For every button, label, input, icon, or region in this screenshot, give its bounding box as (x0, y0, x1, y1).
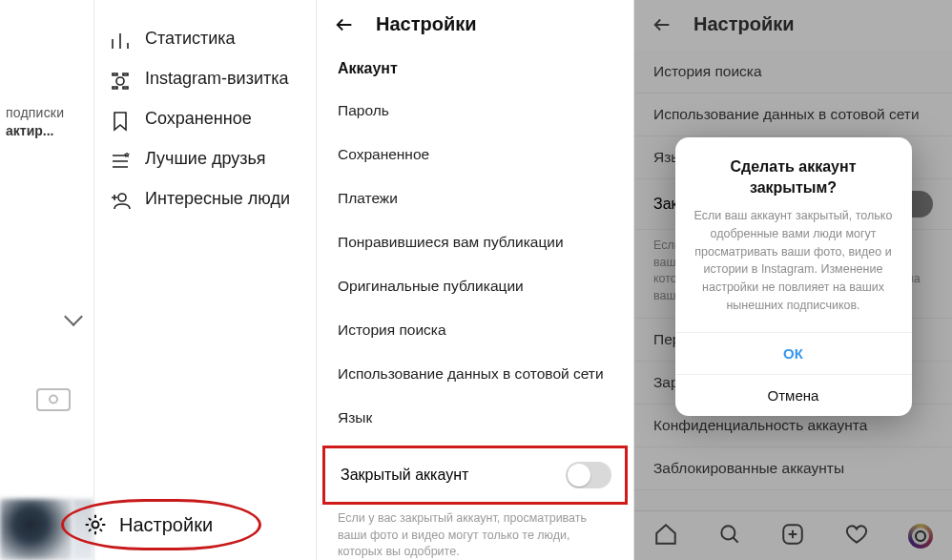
private-account-hint: Если у вас закрытый аккаунт, просматрива… (317, 505, 633, 560)
row-password[interactable]: Пароль (317, 89, 633, 133)
menu-label: Интересные люди (145, 189, 290, 210)
row-payments[interactable]: Платежи (317, 176, 633, 220)
private-account-label: Закрытый аккаунт (341, 467, 468, 484)
row-saved[interactable]: Сохраненное (317, 133, 633, 176)
private-account-toggle[interactable] (566, 462, 611, 488)
dialog-message: Если ваш аккаунт закрытый, только одобре… (693, 207, 895, 315)
profile-left-strip: подписки актир... (0, 0, 93, 560)
back-button[interactable] (334, 14, 355, 35)
settings-dialog-screen: Настройки История поиска Использование д… (634, 0, 952, 560)
row-search-history[interactable]: История поиска (317, 308, 633, 352)
qr-icon (108, 69, 133, 93)
menu-label: Лучшие друзья (145, 149, 266, 170)
row-cellular-data[interactable]: Использование данных в сотовой сети (317, 352, 633, 396)
settings-header: Настройки (317, 0, 633, 51)
menu-stats[interactable]: Статистика (94, 21, 316, 61)
menu-interesting-people[interactable]: Интересные люди (94, 181, 316, 221)
row-language[interactable]: Язык (317, 396, 633, 440)
dialog-ok-button[interactable]: ОК (675, 332, 912, 374)
dialog-cancel-button[interactable]: Отмена (675, 374, 912, 416)
row-original[interactable]: Оригинальные публикации (317, 264, 633, 308)
add-person-icon (108, 189, 133, 214)
menu-saved[interactable]: Сохраненное (94, 101, 316, 141)
menu-ig-card[interactable]: Instagram-визитка (94, 61, 316, 101)
menu-label: Instagram-визитка (145, 69, 288, 90)
settings-screen: Настройки Аккаунт Пароль Сохраненное Пла… (317, 0, 634, 560)
profile-sublabels: подписки актир... (0, 0, 93, 491)
settings-title: Настройки (376, 13, 477, 35)
bookmark-icon (108, 109, 133, 134)
section-account: Аккаунт (317, 51, 633, 89)
profile-menu-list: Статистика Instagram-визитка Сохраненное… (93, 0, 316, 560)
menu-label: Сохраненное (145, 109, 252, 130)
chevron-down-icon[interactable] (64, 307, 83, 326)
menu-best-friends[interactable]: Лучшие друзья (94, 141, 316, 181)
gear-icon (83, 512, 108, 537)
list-star-icon (108, 149, 133, 174)
row-private-account: Закрытый аккаунт (325, 448, 625, 502)
row-liked[interactable]: Понравившиеся вам публикации (317, 220, 633, 264)
svg-point-2 (93, 522, 99, 529)
id-card-icon (36, 388, 71, 411)
profile-menu-panel: подписки актир... Статистика Instagram-в… (0, 0, 317, 560)
edit-label[interactable]: актир... (6, 123, 93, 138)
menu-label: Статистика (145, 29, 236, 50)
settings-label: Настройки (119, 514, 213, 536)
svg-point-1 (118, 194, 126, 201)
subscriptions-label: подписки (6, 105, 93, 120)
settings-highlighted[interactable]: Настройки (61, 499, 261, 550)
dialog-title: Сделать аккаунт закрытым? (693, 156, 895, 197)
svg-point-0 (116, 77, 124, 85)
chart-icon (108, 29, 133, 53)
confirm-private-dialog: Сделать аккаунт закрытым? Если ваш аккау… (675, 137, 912, 416)
private-account-highlight: Закрытый аккаунт (322, 446, 628, 505)
